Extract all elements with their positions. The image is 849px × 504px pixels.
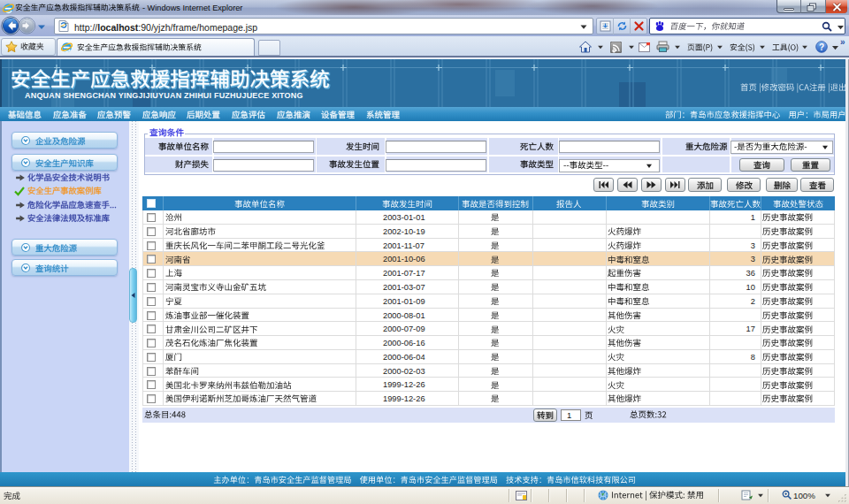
svg-text:?: ?: [819, 42, 824, 52]
